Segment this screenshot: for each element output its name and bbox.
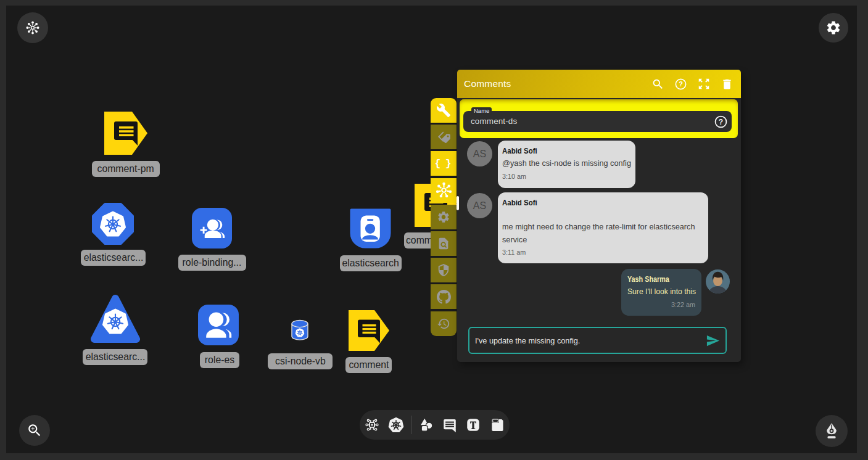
svg-text:?: ?	[719, 118, 723, 126]
svg-text:?: ?	[679, 80, 683, 88]
